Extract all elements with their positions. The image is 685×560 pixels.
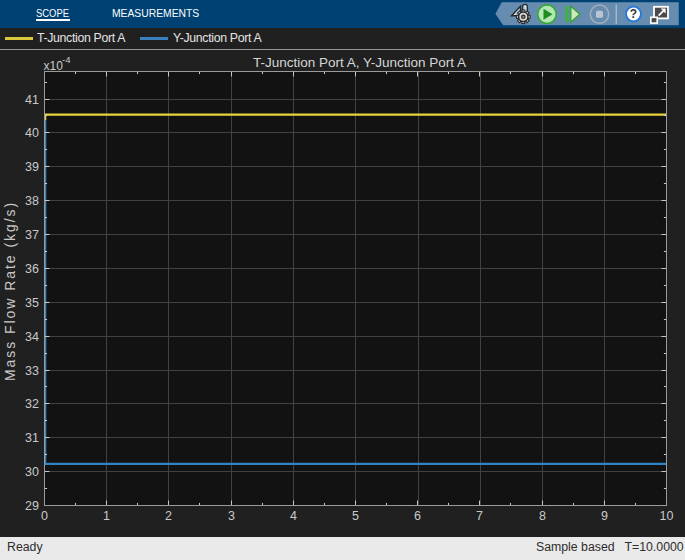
svg-text:T-Junction Port A, Y-Junction: T-Junction Port A, Y-Junction Port A [253, 55, 466, 70]
svg-text:2: 2 [165, 509, 172, 523]
svg-text:x10: x10 [44, 59, 64, 73]
svg-text:41: 41 [25, 93, 39, 107]
svg-text:6: 6 [414, 509, 421, 523]
svg-text:-4: -4 [62, 54, 70, 65]
svg-text:10: 10 [660, 509, 674, 523]
svg-text:34: 34 [25, 330, 39, 344]
svg-text:33: 33 [25, 364, 39, 378]
svg-text:?: ? [630, 7, 637, 21]
svg-text:4: 4 [290, 509, 297, 523]
svg-text:29: 29 [25, 499, 39, 513]
svg-text:40: 40 [25, 126, 39, 140]
svg-text:1: 1 [103, 509, 110, 523]
svg-text:7: 7 [476, 509, 483, 523]
svg-text:5: 5 [352, 509, 359, 523]
svg-text:36: 36 [25, 262, 39, 276]
svg-text:Mass Flow Rate (kg/s): Mass Flow Rate (kg/s) [2, 201, 18, 381]
svg-text:8: 8 [539, 509, 546, 523]
svg-text:32: 32 [25, 397, 39, 411]
svg-text:38: 38 [25, 194, 39, 208]
svg-text:35: 35 [25, 296, 39, 310]
svg-text:9: 9 [601, 509, 608, 523]
svg-text:30: 30 [25, 465, 39, 479]
svg-text:0: 0 [41, 509, 48, 523]
svg-text:31: 31 [25, 431, 39, 445]
svg-text:37: 37 [25, 228, 39, 242]
svg-text:3: 3 [228, 509, 235, 523]
svg-text:39: 39 [25, 160, 39, 174]
